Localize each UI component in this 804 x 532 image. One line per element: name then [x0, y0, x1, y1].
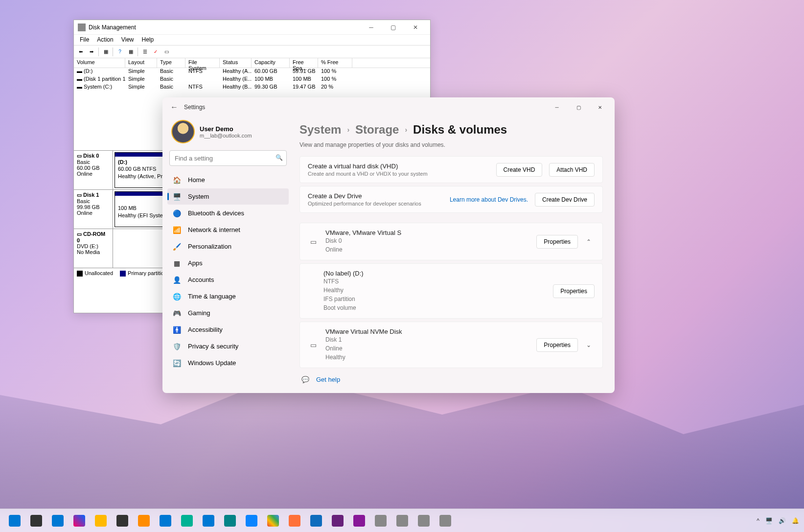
sidebar-item-personalization[interactable]: 🖌️Personalization: [167, 238, 289, 254]
settings-titlebar[interactable]: ← Settings ─ ▢ ✕: [162, 97, 615, 117]
dm-titlebar[interactable]: Disk Management ─ ▢ ✕: [74, 20, 430, 35]
sidebar-item-apps[interactable]: ▦Apps: [167, 255, 289, 271]
crumb-storage[interactable]: Storage: [355, 123, 399, 137]
create-vhd-button[interactable]: Create VHD: [496, 163, 543, 177]
minimize-button[interactable]: ─: [360, 20, 382, 35]
volume-row[interactable]: ▬ System (C:)SimpleBasicNTFSHealthy (B..…: [74, 84, 430, 92]
nav-label: Network & internet: [188, 226, 240, 233]
avatar: [171, 120, 195, 143]
properties-button[interactable]: Properties: [536, 338, 578, 352]
settings-nav: 🏠Home🖥️System🔵Bluetooth & devices📶Networ…: [167, 172, 289, 371]
taskbar-dev-icon[interactable]: [328, 511, 347, 531]
nav-label: Accounts: [188, 276, 214, 283]
volume-row[interactable]: ▬ (Disk 1 partition 1)SimpleBasicHealthy…: [74, 76, 430, 84]
taskbar-settings-icon[interactable]: [48, 511, 68, 531]
back-arrow-icon[interactable]: ⬅: [76, 47, 86, 57]
get-help-link[interactable]: 💬 Get help: [299, 371, 603, 388]
taskbar-search-icon[interactable]: [26, 511, 46, 531]
taskbar-app2-icon[interactable]: [392, 511, 412, 531]
back-button[interactable]: ←: [166, 103, 182, 112]
taskbar-explorer-icon[interactable]: [91, 511, 111, 531]
crumb-system[interactable]: System: [299, 123, 341, 137]
sidebar-item-bluetooth-devices[interactable]: 🔵Bluetooth & devices: [167, 205, 289, 221]
taskbar-mail-icon[interactable]: [306, 511, 326, 531]
disk-row[interactable]: ▭ VMware Virtual NVMe Disk Disk 1 Online…: [299, 322, 603, 368]
nav-icon: 🔄: [172, 359, 181, 368]
col-freespace[interactable]: Free Spa...: [290, 58, 318, 68]
close-button[interactable]: ✕: [404, 20, 426, 35]
maximize-button[interactable]: ▢: [568, 99, 589, 115]
taskbar-edit-icon[interactable]: [134, 511, 154, 531]
maximize-button[interactable]: ▢: [382, 20, 404, 35]
properties-button[interactable]: Properties: [553, 284, 595, 298]
taskbar-app4-icon[interactable]: [436, 511, 455, 531]
menu-help[interactable]: Help: [138, 35, 158, 45]
volume-row[interactable]: (No label) (D:) NTFS Healthy IFS partiti…: [299, 263, 603, 319]
sidebar-item-accessibility[interactable]: 🚹Accessibility: [167, 322, 289, 338]
help-icon[interactable]: ?: [115, 47, 125, 57]
attach-vhd-button[interactable]: Attach VHD: [549, 163, 595, 177]
create-devdrive-button[interactable]: Create Dev Drive: [535, 193, 595, 207]
nav-label: Accessibility: [188, 326, 223, 333]
taskbar-terminal-icon[interactable]: [113, 511, 132, 531]
properties-button[interactable]: Properties: [536, 235, 578, 249]
col-capacity[interactable]: Capacity: [252, 58, 290, 68]
menu-view[interactable]: View: [117, 35, 138, 45]
taskbar-edge-can-icon[interactable]: [177, 511, 197, 531]
menu-file[interactable]: File: [76, 35, 93, 45]
volume-row[interactable]: ▬ (D:)SimpleBasicNTFSHealthy (A...60.00 …: [74, 68, 430, 76]
tray-overflow-icon[interactable]: ^: [757, 517, 759, 524]
taskbar-app1-icon[interactable]: [371, 511, 391, 531]
chevron-down-icon[interactable]: ⌄: [583, 342, 595, 348]
col-filesystem[interactable]: File System: [185, 58, 220, 68]
taskbar-edge-beta-icon[interactable]: [199, 511, 218, 531]
user-profile[interactable]: User Demo m__lab@outlook.com: [167, 117, 289, 150]
settings-title: Settings: [182, 104, 546, 111]
tray-volume-icon[interactable]: 🔊: [779, 517, 786, 524]
col-layout[interactable]: Layout: [125, 58, 157, 68]
taskbar-edge-icon[interactable]: [156, 511, 175, 531]
sidebar-item-privacy-security[interactable]: 🛡️Privacy & security: [167, 338, 289, 354]
taskbar-firefox-icon[interactable]: [285, 511, 304, 531]
nav-label: Windows Update: [188, 359, 236, 367]
nav-icon: 🔵: [172, 209, 181, 218]
tray-monitor-icon[interactable]: 🖥️: [765, 517, 773, 524]
taskbar-firefox-dev-icon[interactable]: [242, 511, 261, 531]
sidebar-item-gaming[interactable]: 🎮Gaming: [167, 305, 289, 321]
col-volume[interactable]: Volume: [74, 58, 125, 68]
chevron-up-icon[interactable]: ⌃: [583, 238, 595, 245]
disk-row[interactable]: ▭ VMware, VMware Virtual S Disk 0 Online…: [299, 223, 603, 260]
disk-name: VMware Virtual NVMe Disk: [325, 328, 529, 335]
menu-action[interactable]: Action: [93, 35, 117, 45]
close-button[interactable]: ✕: [589, 99, 611, 115]
check-icon[interactable]: ✓: [151, 47, 161, 57]
col-percentfree[interactable]: % Free: [318, 58, 352, 68]
col-type[interactable]: Type: [157, 58, 185, 68]
taskbar-edge-dev-icon[interactable]: [220, 511, 240, 531]
taskbar-app3-icon[interactable]: [414, 511, 434, 531]
detail-icon[interactable]: ▭: [161, 47, 171, 57]
system-tray[interactable]: ^ 🖥️ 🔊 🔔: [757, 517, 799, 524]
forward-arrow-icon[interactable]: ➡: [87, 47, 96, 57]
taskbar-chrome-icon[interactable]: [263, 511, 283, 531]
list-icon[interactable]: ☰: [140, 47, 150, 57]
devdrive-learn-link[interactable]: Learn more about Dev Drives.: [450, 196, 528, 203]
taskbar-copilot-icon[interactable]: [69, 511, 89, 531]
volume-name: (No label) (D:): [323, 270, 546, 277]
taskbar-start-icon[interactable]: [5, 511, 24, 531]
tray-notifications-icon[interactable]: 🔔: [792, 517, 799, 524]
table-icon[interactable]: ▦: [101, 47, 111, 57]
minimize-button[interactable]: ─: [546, 99, 568, 115]
sidebar-item-home[interactable]: 🏠Home: [167, 172, 289, 188]
sidebar-item-system[interactable]: 🖥️System: [167, 188, 289, 205]
sidebar-item-windows-update[interactable]: 🔄Windows Update: [167, 355, 289, 371]
taskbar-pre-icon[interactable]: [349, 511, 369, 531]
col-status[interactable]: Status: [220, 58, 252, 68]
sidebar-item-network-internet[interactable]: 📶Network & internet: [167, 222, 289, 238]
sidebar-item-time-language[interactable]: 🌐Time & language: [167, 288, 289, 304]
search-input[interactable]: [169, 150, 287, 166]
refresh-icon[interactable]: ▦: [126, 47, 136, 57]
devdrive-card: Create a Dev Drive Optimized performance…: [299, 186, 603, 213]
sidebar-item-accounts[interactable]: 👤Accounts: [167, 272, 289, 288]
nav-icon: 🌐: [172, 292, 181, 301]
